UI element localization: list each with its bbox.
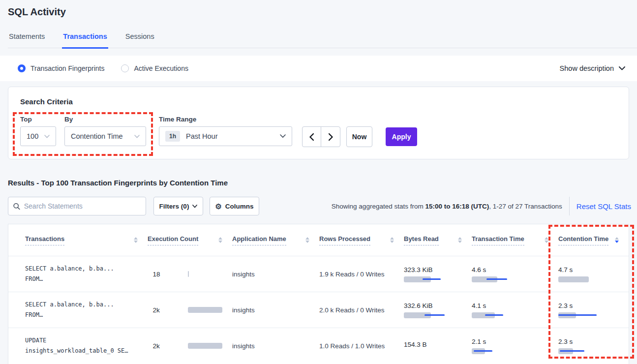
time-range-select[interactable]: 1h Past Hour (159, 126, 292, 146)
column-header-contention-time[interactable]: Contention Time (558, 224, 629, 256)
contention-time-bar (558, 312, 598, 318)
columns-label: Columns (225, 203, 254, 210)
column-header-transactions[interactable]: Transactions (8, 224, 148, 256)
bytes-read-cell: 332.6 KiB (404, 292, 472, 328)
chevron-right-icon (329, 133, 333, 141)
execution-count-bar (188, 307, 227, 313)
application-name-cell: insights (232, 256, 319, 292)
execution-count-bar (188, 343, 227, 349)
transaction-time-cell: 4.1 s (472, 292, 558, 328)
reset-sql-stats-link[interactable]: Reset SQL Stats (576, 202, 631, 211)
now-button[interactable]: Now (346, 126, 372, 147)
chevron-down-icon (192, 205, 197, 208)
execution-count-bar (188, 271, 227, 277)
chevron-left-icon (309, 133, 314, 141)
column-header-application-name[interactable]: Application Name (232, 224, 319, 256)
rows-processed-cell: 2.0 k Reads / 0 Writes (319, 292, 404, 328)
sort-icon[interactable] (218, 237, 222, 243)
show-description-toggle[interactable]: Show description (560, 64, 625, 72)
columns-button[interactable]: ⚙ Columns (210, 197, 259, 215)
transaction-time-bar (472, 348, 511, 354)
by-label: By (64, 116, 73, 123)
time-range-next-button[interactable] (321, 127, 340, 147)
time-range-stepper (302, 126, 340, 147)
tab-statements[interactable]: Statements (8, 30, 46, 48)
tab-bar: Statements Transactions Sessions (8, 30, 637, 48)
radio-unselected-icon[interactable] (121, 64, 129, 72)
tab-sessions[interactable]: Sessions (124, 30, 155, 48)
chevron-down-icon (280, 134, 286, 138)
column-header-execution-count[interactable]: Execution Count (148, 224, 232, 256)
contention-time-cell: 2.3 s (558, 328, 629, 364)
by-select-value: Contention Time (71, 132, 123, 140)
chevron-down-icon (619, 66, 625, 70)
page-title: SQL Activity (8, 6, 66, 18)
bytes-read-cell: 323.3 KiB (404, 256, 472, 292)
view-toggle-bar: Transaction Fingerprints Active Executio… (0, 56, 637, 81)
radio-active-executions[interactable]: Active Executions (121, 64, 188, 72)
radio-label: Transaction Fingerprints (30, 64, 104, 72)
sort-icon[interactable] (458, 237, 462, 243)
search-criteria-heading: Search Criteria (20, 97, 73, 106)
divider (569, 197, 570, 215)
stats-area: Showing aggregated stats from 15:00 to 1… (332, 197, 631, 215)
application-name-cell: insights (232, 328, 319, 364)
column-header-transaction-time[interactable]: Transaction Time (472, 224, 558, 256)
show-description-label: Show description (560, 64, 614, 72)
transaction-fingerprint-link[interactable]: SELECT a.balance, b.ba...FROM… (8, 292, 148, 328)
execution-count-cell: 18 (148, 256, 232, 292)
filters-button[interactable]: Filters (0) (153, 197, 203, 215)
chevron-down-icon (44, 135, 50, 138)
sort-icon[interactable] (545, 237, 548, 243)
top-label: Top (20, 116, 32, 123)
search-icon (13, 203, 20, 210)
bytes-read-bar (404, 312, 443, 318)
time-range-label: Time Range (159, 116, 196, 123)
transaction-time-cell: 2.1 s (472, 328, 558, 364)
time-range-prev-button[interactable] (303, 127, 321, 147)
chevron-down-icon (134, 135, 140, 138)
transactions-table: Transactions Execution Count Application… (8, 224, 629, 364)
apply-button[interactable]: Apply (386, 127, 417, 146)
radio-selected-icon[interactable] (18, 64, 26, 72)
time-range-value: Past Hour (186, 132, 217, 140)
transaction-time-bar (472, 312, 511, 318)
sort-icon[interactable] (305, 237, 309, 243)
table-row: SELECT a.balance, b.ba...FROM… 18 insigh… (8, 256, 629, 292)
rows-processed-cell: 1.9 k Reads / 0 Writes (319, 256, 404, 292)
transaction-time-bar (472, 276, 511, 282)
table-header-row: Transactions Execution Count Application… (8, 224, 629, 256)
contention-time-bar (558, 276, 598, 282)
table-row: UPDATEinsights_workload_table_0 SE… 2k i… (8, 328, 629, 364)
sort-icon-descending[interactable] (615, 237, 619, 243)
results-heading: Results - Top 100 Transaction Fingerprin… (8, 179, 228, 187)
transaction-fingerprint-link[interactable]: UPDATEinsights_workload_table_0 SE… (8, 328, 148, 364)
contention-time-bar (558, 348, 598, 354)
bytes-read-cell: 154.3 B (404, 328, 472, 364)
column-header-rows-processed[interactable]: Rows Processed (319, 224, 404, 256)
column-header-bytes-read[interactable]: Bytes Read (404, 224, 472, 256)
by-select[interactable]: Contention Time (64, 126, 146, 146)
application-name-cell: insights (232, 292, 319, 328)
radio-transaction-fingerprints[interactable]: Transaction Fingerprints (18, 64, 104, 72)
search-statements-box (8, 197, 146, 215)
table-row: SELECT a.balance, b.ba...FROM… 2k insigh… (8, 292, 629, 328)
time-range-badge: 1h (165, 131, 180, 142)
top-select-value: 100 (27, 132, 38, 140)
filters-label: Filters (0) (159, 203, 189, 210)
sort-icon[interactable] (390, 237, 394, 243)
gear-icon: ⚙ (215, 203, 221, 210)
execution-count-cell: 2k (148, 328, 232, 364)
tab-transactions[interactable]: Transactions (62, 30, 108, 49)
aggregated-stats-text: Showing aggregated stats from 15:00 to 1… (332, 203, 562, 210)
transaction-time-cell: 4.6 s (472, 256, 558, 292)
execution-count-cell: 2k (148, 292, 232, 328)
search-criteria-card: Search Criteria Top 100 By Contention Ti… (8, 87, 629, 159)
search-statements-input[interactable] (24, 202, 141, 210)
bytes-read-bar (404, 276, 443, 282)
sort-icon[interactable] (134, 237, 138, 243)
transaction-fingerprint-link[interactable]: SELECT a.balance, b.ba...FROM… (8, 256, 148, 292)
contention-time-cell: 2.3 s (558, 292, 629, 328)
contention-time-cell: 4.7 s (558, 256, 629, 292)
top-select[interactable]: 100 (20, 126, 56, 146)
